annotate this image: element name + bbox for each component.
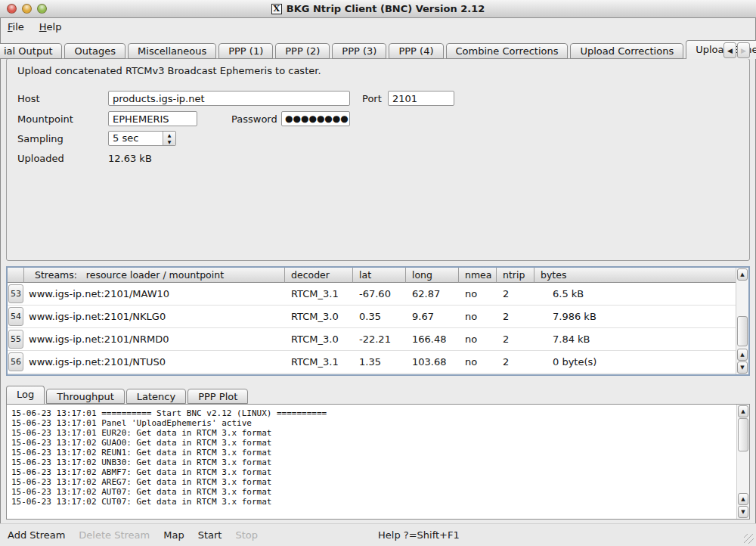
- column-header-ntrip[interactable]: ntrip: [497, 268, 534, 283]
- panel-description: Upload concatenated RTCMv3 Broadcast Eph…: [17, 65, 321, 76]
- streams-table: Streams: resource loader / mountpointdec…: [6, 266, 750, 376]
- toolbar-buttons: Add StreamDelete StreamMapStartStop: [0, 529, 258, 541]
- table-body: 53www.igs-ip.net:2101/MAW10RTCM_3.1-67.6…: [8, 283, 736, 374]
- log-content[interactable]: 15-06-23 13:17:01 ========== Start BNC v…: [7, 405, 736, 519]
- row-number[interactable]: 53: [8, 284, 23, 303]
- row-number[interactable]: 55: [8, 330, 23, 349]
- window-title: BKG Ntrip Client (BNC) Version 2.12: [287, 3, 485, 14]
- help-shortcut-text: Help ?=Shift+F1: [378, 529, 460, 541]
- menu-file[interactable]: File: [0, 19, 32, 36]
- map-button[interactable]: Map: [163, 529, 184, 541]
- table-header-row: Streams: resource loader / mountpointdec…: [8, 268, 736, 283]
- tab-scroll-left-button[interactable]: ◀: [723, 42, 736, 58]
- cell-bytes: 7.986 kB: [534, 306, 736, 327]
- log-line: 15-06-23 13:17:02 UNB30: Get data in RTC…: [11, 458, 735, 467]
- sampling-spinner: ▲ ▼: [163, 132, 175, 145]
- spin-up-button[interactable]: ▲: [163, 132, 175, 138]
- tab-combine-corrections[interactable]: Combine Corrections: [446, 43, 569, 59]
- left-arrow-icon: ◀: [727, 47, 733, 54]
- spin-down-button[interactable]: ▼: [163, 138, 175, 145]
- table-scrollbar[interactable]: ▲ ▲ ▼: [736, 268, 748, 374]
- cell-mountpoint: www.igs-ip.net:2101/MAW10: [24, 283, 285, 305]
- menu-help[interactable]: Help: [32, 19, 70, 36]
- uploaded-label: Uploaded: [17, 153, 64, 164]
- sampling-value: 5 sec: [109, 132, 163, 145]
- log-scroll-up-button[interactable]: ▲: [738, 405, 748, 417]
- log-line: 15-06-23 13:17:02 ABMF7: Get data in RTC…: [11, 467, 735, 477]
- cell-long: 62.87: [406, 283, 459, 305]
- up-arrow-icon: ▲: [740, 352, 744, 358]
- log-scrollbar-thumb[interactable]: [738, 418, 748, 451]
- log-line: 15-06-23 13:17:02 GUAO0: Get data in RTC…: [11, 438, 735, 448]
- cell-mountpoint: www.igs-ip.net:2101/NKLG0: [24, 306, 285, 327]
- tab-latency[interactable]: Latency: [126, 389, 186, 404]
- tab-upload-corrections[interactable]: Upload Corrections: [570, 43, 683, 59]
- delete-stream-button[interactable]: Delete Stream: [79, 529, 150, 541]
- cell-long: 103.68: [406, 351, 459, 373]
- tab-throughput[interactable]: Throughput: [46, 389, 125, 404]
- up-arrow-icon: ▲: [740, 271, 744, 278]
- table-scroll-down-button[interactable]: ▼: [737, 361, 748, 374]
- sampling-spinbox[interactable]: 5 sec ▲ ▼: [108, 131, 176, 146]
- log-line: 15-06-23 13:17:01 EUR20: Get data in RTC…: [11, 428, 735, 438]
- cell-decoder: RTCM_3.0: [285, 306, 353, 327]
- host-label: Host: [17, 93, 40, 104]
- tab-ial-output[interactable]: ial Output: [0, 43, 62, 59]
- tab-log[interactable]: Log: [6, 386, 45, 404]
- log-line: 15-06-23 13:17:02 CUT07: Get data in RTC…: [11, 497, 735, 507]
- up-arrow-icon: ▲: [741, 496, 745, 502]
- row-number[interactable]: 56: [8, 352, 23, 371]
- column-header-decoder[interactable]: decoder: [285, 268, 353, 283]
- streams-table-main: Streams: resource loader / mountpointdec…: [8, 268, 736, 374]
- table-row: 56www.igs-ip.net:2101/NTUS0RTCM_3.11.351…: [8, 351, 736, 374]
- column-header-bytes[interactable]: bytes: [534, 268, 736, 283]
- log-line: 15-06-23 13:17:02 AUT07: Get data in RTC…: [11, 487, 735, 497]
- tab-ppp-4[interactable]: PPP (4): [389, 43, 443, 59]
- add-stream-button[interactable]: Add Stream: [8, 529, 65, 541]
- log-tab-bar: LogThroughputLatencyPPP Plot: [6, 386, 249, 404]
- tab-outages[interactable]: Outages: [64, 43, 125, 59]
- column-header-streams[interactable]: Streams: resource loader / mountpoint: [24, 268, 285, 283]
- tab-miscellaneous[interactable]: Miscellaneous: [128, 43, 216, 59]
- table-row: 53www.igs-ip.net:2101/MAW10RTCM_3.1-67.6…: [8, 283, 736, 306]
- column-header-long[interactable]: long: [406, 268, 459, 283]
- stop-button[interactable]: Stop: [235, 529, 258, 541]
- column-header-lat[interactable]: lat: [353, 268, 406, 283]
- tab-scroll-right-button[interactable]: ▶: [737, 42, 750, 58]
- row-number[interactable]: 54: [8, 307, 23, 326]
- cell-ntrip: 2: [497, 306, 534, 327]
- main-tab-bar: ial OutputOutagesMiscellaneousPPP (1)PPP…: [0, 40, 756, 59]
- column-header-nmea[interactable]: nmea: [459, 268, 497, 283]
- start-button[interactable]: Start: [198, 529, 222, 541]
- table-scroll-up-button[interactable]: ▲: [737, 268, 748, 281]
- table-scrollbar-thumb[interactable]: [737, 316, 748, 346]
- host-input[interactable]: [108, 91, 350, 106]
- port-input[interactable]: [388, 91, 454, 106]
- cell-bytes: 6.5 kB: [534, 283, 736, 305]
- tab-scroll-buttons: ◀ ▶: [723, 42, 750, 58]
- log-scroll-down-button[interactable]: ▼: [738, 506, 748, 518]
- tab-ppp-2[interactable]: PPP (2): [275, 43, 330, 59]
- down-arrow-icon: ▼: [740, 365, 744, 371]
- log-scroll-up-button-2[interactable]: ▲: [738, 493, 748, 505]
- password-input[interactable]: ●●●●●●●●: [281, 111, 350, 126]
- tab-ppp-3[interactable]: PPP (3): [332, 43, 386, 59]
- down-arrow-icon: ▼: [168, 139, 172, 144]
- menu-bar: FileHelp: [0, 19, 756, 36]
- cell-nmea: no: [459, 351, 497, 373]
- mountpoint-label: Mountpoint: [17, 113, 73, 125]
- cell-bytes: 7.84 kB: [534, 328, 736, 350]
- up-arrow-icon: ▲: [741, 408, 745, 414]
- cell-bytes: 0 byte(s): [534, 351, 736, 373]
- cell-lat: -22.21: [353, 328, 406, 350]
- table-scroll-up-button-2[interactable]: ▲: [737, 349, 748, 361]
- title-bar[interactable]: X BKG Ntrip Client (BNC) Version 2.12: [0, 0, 756, 18]
- cell-nmea: no: [459, 306, 497, 327]
- mountpoint-input[interactable]: [108, 111, 197, 126]
- resize-grip[interactable]: [744, 534, 754, 544]
- tab-ppp-1[interactable]: PPP (1): [218, 43, 273, 59]
- log-scrollbar[interactable]: ▲ ▲ ▼: [736, 405, 749, 519]
- table-row: 55www.igs-ip.net:2101/NRMD0RTCM_3.0-22.2…: [8, 328, 736, 351]
- tab-ppp-plot[interactable]: PPP Plot: [187, 389, 248, 404]
- up-arrow-icon: ▲: [168, 132, 172, 138]
